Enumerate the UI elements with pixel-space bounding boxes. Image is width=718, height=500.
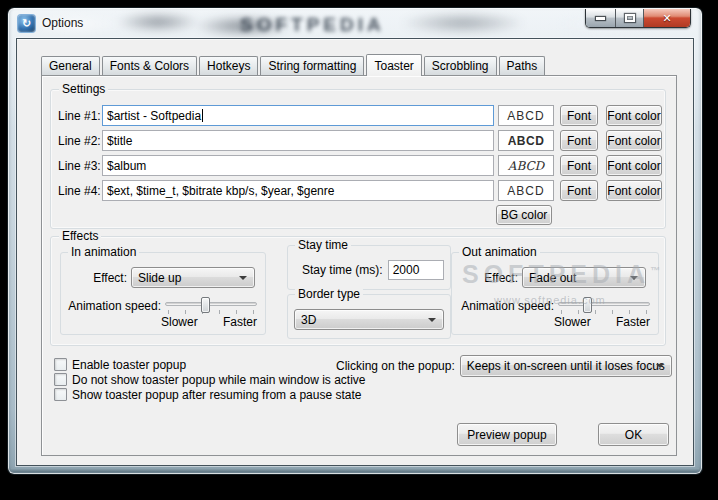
close-icon: ✕ [662, 12, 671, 25]
maximize-icon [625, 14, 635, 22]
line3-input[interactable]: $album [102, 155, 494, 176]
maximize-button[interactable] [616, 9, 644, 27]
stay-time-group: Stay time Stay time (ms): 2000 [287, 245, 451, 290]
out-animation-group: Out animation Effect: Fade out Animation… [451, 252, 659, 335]
out-speed-row: Animation speed: [452, 297, 658, 315]
line3-label: Line #3: [58, 159, 98, 173]
line4-font-button[interactable]: Font [560, 180, 598, 201]
toaster-after-pause-checkbox[interactable] [54, 388, 67, 401]
clicking-popup-label: Clicking on the popup: [336, 359, 455, 373]
line2-value: $title [107, 134, 132, 148]
line4-font-color-button[interactable]: Font color [606, 180, 662, 201]
enable-toaster-checkbox[interactable] [54, 358, 67, 371]
text-caret [202, 109, 203, 122]
tab-string-formatting[interactable]: String formatting [260, 56, 364, 75]
dropdown-arrow-icon [239, 276, 247, 280]
popup-options: Enable toaster popup Do not show toaster… [54, 357, 365, 402]
line1-font-preview: ABCD [498, 105, 554, 126]
tab-paths[interactable]: Paths [499, 56, 546, 75]
out-animation-speed-slider[interactable] [558, 297, 650, 315]
in-animation-label: In animation [68, 245, 139, 259]
out-effect-label: Effect: [452, 271, 518, 285]
stay-time-row: Stay time (ms): 2000 [302, 260, 444, 280]
slider-track[interactable] [165, 302, 257, 306]
line2-font-color-button[interactable]: Font color [606, 130, 662, 151]
app-icon[interactable]: ↻ [18, 15, 35, 32]
bg-color-button[interactable]: BG color [496, 205, 552, 225]
border-type-group-label: Border type [295, 287, 363, 301]
line2-row: Line #2: $title ABCD Font Font color [58, 130, 665, 151]
dialog-client-area: General Fonts & Colors Hotkeys String fo… [16, 38, 694, 466]
line1-font-button[interactable]: Font [560, 105, 598, 126]
out-effect-select[interactable]: Fade out [522, 267, 646, 288]
faster-label: Faster [223, 315, 257, 329]
clicking-popup-value: Keeps it on-screen until it loses focus [467, 359, 665, 373]
stay-time-input[interactable]: 2000 [388, 260, 444, 280]
enable-toaster-label: Enable toaster popup [72, 358, 186, 372]
line1-font-color-button[interactable]: Font color [606, 105, 662, 126]
slider-ticks [168, 310, 256, 314]
line1-row: Line #1: $artist - Softpedia ABCD Font F… [58, 105, 665, 126]
border-type-group: Border type 3D [287, 294, 451, 339]
line2-input[interactable]: $title [102, 130, 494, 151]
dropdown-arrow-icon [656, 364, 664, 368]
border-type-select[interactable]: 3D [294, 309, 444, 330]
clicking-popup-row: Clicking on the popup: Keeps it on-scree… [336, 355, 672, 377]
stay-time-label: Stay time (ms): [302, 263, 383, 277]
settings-group: Settings Line #1: $artist - Softpedia AB… [50, 89, 666, 229]
line3-font-preview: ABCD [498, 155, 554, 176]
options-window: SOFTPEDIA ↻ Options ✕ General Fonts & Co… [8, 8, 702, 474]
border-type-value: 3D [301, 313, 316, 327]
no-toaster-when-active-checkbox[interactable] [54, 373, 67, 386]
stay-time-group-label: Stay time [295, 238, 351, 252]
line3-value: $album [107, 159, 146, 173]
tab-fonts-colors[interactable]: Fonts & Colors [102, 56, 197, 75]
line3-font-button[interactable]: Font [560, 155, 598, 176]
slider-thumb[interactable] [201, 297, 210, 313]
in-effect-row: Effect: Slide up [61, 267, 265, 288]
tab-general[interactable]: General [41, 56, 100, 75]
no-toaster-when-active-checkbox-row[interactable]: Do not show toaster popup while main win… [54, 372, 365, 387]
line4-value: $ext, $time_t, $bitrate kbp/s, $year, $g… [107, 184, 334, 198]
line2-font-preview: ABCD [498, 130, 554, 151]
line4-label: Line #4: [58, 184, 98, 198]
stay-time-value: 2000 [393, 263, 420, 277]
line4-font-preview: ABCD [498, 180, 554, 201]
line2-font-button[interactable]: Font [560, 130, 598, 151]
faster-label: Faster [616, 315, 650, 329]
settings-group-label: Settings [59, 82, 108, 96]
slider-thumb[interactable] [583, 297, 592, 313]
window-controls: ✕ [585, 9, 691, 28]
clicking-popup-select[interactable]: Keeps it on-screen until it loses focus [460, 355, 672, 377]
in-animation-speed-slider[interactable] [165, 297, 257, 315]
toaster-tab-page: SOFTPEDIA™ www.softpedia.com Settings Li… [41, 75, 677, 456]
out-effect-value: Fade out [529, 271, 576, 285]
toaster-after-pause-checkbox-row[interactable]: Show toaster popup after resuming from a… [54, 387, 365, 402]
dropdown-arrow-icon [428, 318, 436, 322]
tab-toaster[interactable]: Toaster [366, 54, 421, 76]
dropdown-arrow-icon [630, 276, 638, 280]
line1-value: $artist - Softpedia [107, 109, 201, 123]
enable-toaster-checkbox-row[interactable]: Enable toaster popup [54, 357, 365, 372]
line3-font-color-button[interactable]: Font color [606, 155, 662, 176]
line1-input[interactable]: $artist - Softpedia [102, 105, 494, 126]
slider-track[interactable] [558, 302, 650, 306]
slider-ticks [561, 310, 649, 314]
line4-input[interactable]: $ext, $time_t, $bitrate kbp/s, $year, $g… [102, 180, 494, 201]
minimize-button[interactable] [586, 9, 616, 27]
preview-popup-button[interactable]: Preview popup [457, 423, 557, 446]
no-toaster-when-active-label: Do not show toaster popup while main win… [72, 373, 365, 387]
in-animation-group: In animation Effect: Slide up Animation … [60, 252, 266, 335]
in-effect-select[interactable]: Slide up [131, 267, 255, 288]
tab-strip: General Fonts & Colors Hotkeys String fo… [41, 54, 545, 75]
out-animation-label: Out animation [459, 245, 540, 259]
window-title: Options [42, 16, 83, 30]
in-speed-label: Animation speed: [61, 299, 165, 313]
tab-scrobbling[interactable]: Scrobbling [424, 56, 497, 75]
ok-button[interactable]: OK [598, 423, 669, 446]
close-button[interactable]: ✕ [644, 9, 690, 27]
in-speed-scale: Slower Faster [161, 315, 257, 329]
tab-hotkeys[interactable]: Hotkeys [199, 56, 258, 75]
toaster-after-pause-label: Show toaster popup after resuming from a… [72, 388, 362, 402]
out-speed-scale: Slower Faster [554, 315, 650, 329]
